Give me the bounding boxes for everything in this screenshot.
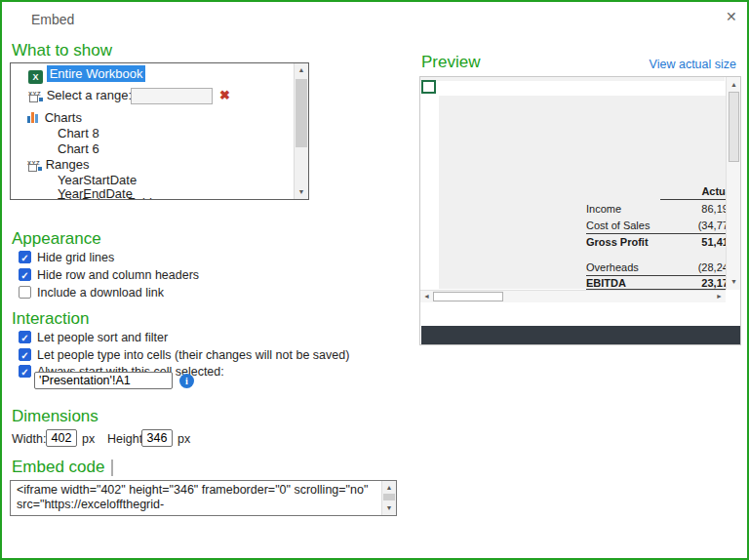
height-label: Height: <box>107 432 146 446</box>
scroll-right-icon[interactable]: ► <box>716 291 723 302</box>
excel-workbook-icon: X <box>28 70 43 84</box>
checkbox-label: Let people type into cells (their change… <box>37 348 349 362</box>
listbox-scrollbar[interactable]: ▲ ▼ <box>294 63 308 199</box>
width-input[interactable] <box>46 429 77 447</box>
selected-cell-a1 <box>421 80 436 94</box>
list-item-trialbalance[interactable]: TrialBalanceFold <box>58 195 152 200</box>
what-to-show-heading: What to show <box>12 41 112 60</box>
info-icon[interactable]: i <box>179 374 194 388</box>
list-item-label: Ranges <box>46 157 90 172</box>
appearance-heading: Appearance <box>12 229 101 249</box>
start-cell-input[interactable] <box>34 372 173 389</box>
list-item-entire-workbook[interactable]: X Entire Workbook <box>28 66 145 84</box>
embed-code-line: src="https://exceloffthegrid- <box>17 498 164 511</box>
row-label: Income <box>586 202 621 217</box>
range-icon: XYZ <box>27 157 42 172</box>
scroll-up-icon[interactable]: ▲ <box>382 483 396 493</box>
select-range-label: Select a range: <box>47 88 132 102</box>
close-icon[interactable]: ✕ <box>726 9 737 24</box>
embed-code-scrollbar[interactable]: ▲ ▼ <box>381 481 396 515</box>
scrollbar-thumb[interactable] <box>296 79 307 147</box>
embed-code-heading: Embed code <box>12 458 104 477</box>
preview-table-header-row: Actual <box>586 184 734 199</box>
scrollbar-thumb[interactable] <box>729 92 739 162</box>
view-actual-size-link[interactable]: View actual size <box>650 58 736 71</box>
text-caret <box>111 460 113 476</box>
scrollbar-thumb[interactable] <box>433 292 503 301</box>
checkbox-start-cell[interactable]: ✓ <box>19 365 31 378</box>
dialog-title: Embed <box>31 12 74 27</box>
scroll-up-icon[interactable]: ▲ <box>727 80 741 90</box>
checkbox-hide-grid-lines[interactable]: ✓ <box>19 251 31 263</box>
scrollbar-thumb[interactable] <box>383 494 395 500</box>
scroll-left-icon[interactable]: ◄ <box>423 291 430 302</box>
list-item-label: Charts <box>45 110 82 125</box>
checkbox-label: Let people sort and filter <box>37 331 168 344</box>
width-label: Width: <box>12 432 46 446</box>
preview-horizontal-scrollbar[interactable]: ◄ ► <box>420 290 726 302</box>
checkbox-label: Hide grid lines <box>37 251 114 264</box>
header-underline <box>660 199 734 200</box>
row-label: Overheads <box>586 260 639 275</box>
table-row: Overheads (28,241 <box>586 260 734 275</box>
scroll-down-icon[interactable]: ▼ <box>382 503 396 513</box>
preview-pane: Actual Income 86,191 Cost of Sales (34,7… <box>419 76 741 345</box>
preview-heading: Preview <box>421 53 480 72</box>
checkbox-label: Include a download link <box>37 286 164 300</box>
table-row: Gross Profit 51,412 <box>586 235 734 250</box>
preview-header-strip <box>420 77 725 81</box>
preview-vertical-scrollbar[interactable]: ▲ ▼ <box>726 77 741 290</box>
row-label: Gross Profit <box>586 235 649 250</box>
row-label: Cost of Sales <box>586 219 650 233</box>
scroll-down-icon[interactable]: ▼ <box>295 187 308 197</box>
embed-code-textarea[interactable]: <iframe width="402" height="346" framebo… <box>10 480 397 516</box>
dimensions-heading: Dimensions <box>12 407 99 426</box>
checkbox-type-into-cells[interactable]: ✓ <box>19 348 31 361</box>
embed-dialog: Embed ✕ What to show X Entire Workbook X… <box>0 0 749 560</box>
width-unit: px <box>82 432 95 446</box>
height-input[interactable] <box>141 429 173 447</box>
scroll-up-icon[interactable]: ▲ <box>295 65 308 75</box>
checkbox-hide-headers[interactable]: ✓ <box>19 268 31 281</box>
checkbox-label: Hide row and column headers <box>37 268 199 282</box>
checkbox-sort-filter[interactable]: ✓ <box>19 331 31 343</box>
range-icon: XYZ <box>28 88 43 102</box>
remove-range-icon[interactable]: ✖ <box>219 88 230 103</box>
what-to-show-listbox: X Entire Workbook XYZ Select a range: ✖ … <box>10 62 309 200</box>
preview-bottom-toolbar <box>421 326 740 345</box>
height-unit: px <box>177 432 190 446</box>
charts-icon <box>27 111 41 123</box>
scroll-down-icon[interactable]: ▼ <box>727 277 741 287</box>
checkbox-download-link[interactable] <box>19 286 31 299</box>
interaction-heading: Interaction <box>12 309 89 329</box>
row-underline <box>586 233 734 234</box>
embed-code-line: <iframe width="402" height="346" framebo… <box>17 483 368 497</box>
range-input[interactable] <box>131 88 213 104</box>
list-item-label: Entire Workbook <box>47 65 146 82</box>
table-row: Income 86,191 <box>586 202 734 217</box>
list-item-select-a-range[interactable]: XYZ Select a range: ✖ <box>28 88 301 105</box>
table-row: Cost of Sales (34,779 <box>586 219 734 233</box>
